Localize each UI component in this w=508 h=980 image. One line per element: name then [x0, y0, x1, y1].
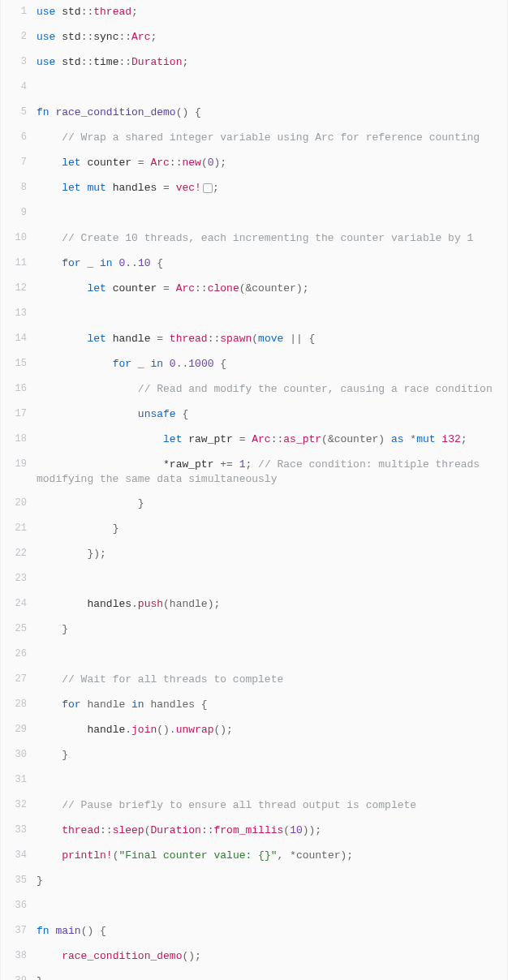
token-punc: ; — [131, 6, 138, 18]
token-path: std — [62, 6, 80, 18]
token-punc: { — [150, 257, 163, 269]
token-ty: Duration — [131, 56, 182, 68]
token-punc — [37, 698, 62, 711]
token-ty: thread — [62, 824, 100, 836]
token-kw: in — [131, 698, 144, 711]
code-content: // Create 10 threads, each incrementing … — [33, 226, 507, 251]
token-path: raw_ptr — [170, 458, 214, 471]
code-line: 28 for handle in handles { — [1, 693, 507, 718]
token-punc — [37, 383, 138, 395]
token-punc: :: — [195, 282, 208, 294]
line-number: 35 — [1, 869, 33, 888]
token-cmt: // Wrap a shared integer variable using … — [62, 131, 480, 144]
token-fncall: new — [182, 157, 200, 169]
code-content: let counter = Arc::new(0); — [33, 151, 507, 175]
token-punc — [163, 358, 170, 370]
token-punc: . — [125, 724, 131, 736]
token-kw: for — [113, 358, 131, 370]
line-number: 16 — [1, 377, 33, 396]
line-number: 1 — [1, 0, 33, 19]
token-fncall: clone — [208, 282, 239, 294]
token-punc: }); — [37, 548, 106, 560]
empty-brackets-icon — [203, 183, 213, 193]
token-punc — [37, 458, 163, 471]
token-punc: :: — [271, 433, 284, 445]
token-punc: += — [213, 458, 239, 471]
code-line: 15 for _ in 0..1000 { — [1, 352, 507, 377]
token-punc — [37, 849, 62, 862]
token-path: handle — [87, 724, 125, 736]
code-content: } — [33, 517, 507, 541]
token-punc: } — [37, 749, 68, 761]
line-number: 5 — [1, 101, 33, 119]
line-number: 8 — [1, 176, 33, 195]
line-number: 13 — [1, 302, 33, 320]
token-punc: () — [81, 925, 94, 937]
token-punc: ; — [245, 458, 258, 471]
token-num: 10 — [290, 824, 303, 836]
token-punc — [37, 257, 62, 269]
token-fncall: sleep — [113, 824, 144, 836]
code-line: 9 — [1, 201, 507, 226]
code-content: race_condition_demo(); — [33, 944, 507, 969]
token-cmt: // Create 10 threads, each incrementing … — [62, 232, 473, 244]
token-punc: .. — [125, 257, 138, 269]
line-number: 10 — [1, 226, 33, 245]
token-punc — [37, 433, 163, 445]
token-op: * — [163, 458, 170, 471]
line-number: 28 — [1, 693, 33, 711]
token-punc — [37, 724, 87, 736]
token-punc: )); — [303, 824, 321, 836]
line-number: 7 — [1, 151, 33, 170]
line-number: 2 — [1, 25, 33, 44]
token-punc: ( — [201, 157, 208, 169]
code-content — [33, 894, 507, 918]
line-number: 12 — [1, 277, 33, 295]
line-number: 30 — [1, 743, 33, 762]
code-line: 20 } — [1, 492, 507, 517]
token-tyword: i32 — [441, 433, 460, 445]
line-number: 24 — [1, 592, 33, 611]
code-line: 24 handles.push(handle); — [1, 592, 507, 617]
token-punc — [37, 824, 62, 836]
token-path: std — [62, 56, 80, 68]
code-content: use std::thread; — [33, 0, 507, 24]
token-cmt: // Wait for all threads to complete — [62, 673, 283, 686]
token-path: counter — [87, 157, 131, 169]
token-punc: || { — [283, 333, 315, 345]
token-cmt: // Pause briefly to ensure all thread ou… — [62, 799, 416, 811]
code-content: let counter = Arc::clone(&counter); — [33, 277, 507, 301]
token-punc: = — [157, 182, 175, 194]
code-line: 33 thread::sleep(Duration::from_millis(1… — [1, 819, 507, 844]
code-content: // Read and modify the counter, causing … — [33, 377, 507, 402]
line-number: 21 — [1, 517, 33, 535]
line-number: 29 — [1, 718, 33, 737]
token-punc: ; — [461, 433, 467, 445]
code-content — [33, 768, 507, 793]
token-punc: } — [37, 623, 68, 635]
token-punc: () — [176, 106, 189, 118]
token-punc: } — [37, 975, 43, 980]
code-content: } — [33, 617, 507, 642]
token-punc — [37, 408, 138, 420]
code-line: 38 race_condition_demo(); — [1, 944, 507, 969]
token-ty: thread — [170, 333, 208, 345]
token-punc: .. — [176, 358, 189, 370]
token-fncall: push — [138, 598, 163, 610]
line-number: 38 — [1, 944, 33, 963]
line-number: 15 — [1, 352, 33, 371]
code-editor: 1use std::thread;2use std::sync::Arc;3us… — [0, 0, 508, 980]
token-punc: :: — [81, 56, 94, 68]
token-punc: (&counter) — [321, 433, 391, 445]
token-kw: use — [37, 56, 55, 68]
code-line: 27 // Wait for all threads to complete — [1, 668, 507, 693]
token-num: 0 — [170, 358, 176, 370]
line-number: 31 — [1, 768, 33, 787]
token-str: "Final counter value: {}" — [118, 849, 277, 862]
token-punc — [37, 333, 87, 345]
token-path: sync — [93, 31, 118, 43]
token-punc: :: — [118, 31, 131, 43]
code-line: 23 — [1, 567, 507, 592]
code-line: 18 let raw_ptr = Arc::as_ptr(&counter) a… — [1, 428, 507, 453]
line-number: 26 — [1, 643, 33, 661]
